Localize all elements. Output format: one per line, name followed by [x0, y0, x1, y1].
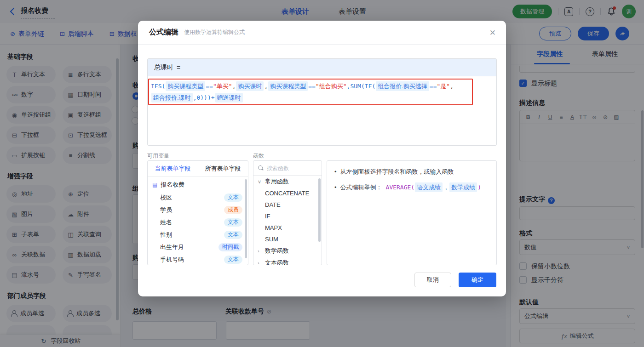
example-token: ): [477, 183, 481, 192]
tab-current-form-fields[interactable]: 当前表单字段: [148, 161, 198, 176]
function-search: [253, 161, 322, 176]
variables-scrollbar[interactable]: [245, 179, 247, 258]
help-tip-text: 从左侧面板选择字段名和函数，或输入函数: [340, 167, 454, 176]
variables-root-item[interactable]: ▤ 报名收费: [148, 178, 248, 191]
bullet: •: [334, 183, 337, 192]
variables-list: 校区文本学员成员姓名文本性别文本出生年月时间戳手机号码文本: [148, 191, 248, 265]
variables-panel: 当前表单字段 所有表单字段 ▤ 报名收费 校区文本学员成员姓名文本性别文本出生年…: [147, 160, 248, 265]
function-item[interactable]: SUM: [253, 233, 322, 245]
formula-token: "组合购买": [316, 80, 347, 92]
variable-item[interactable]: 学员成员: [148, 204, 248, 216]
function-item[interactable]: MAPX: [253, 222, 322, 233]
variable-type-badge: 时间戳: [218, 243, 242, 251]
formula-field-chip[interactable]: 购买课时: [236, 81, 264, 91]
functions-tree: ∨常用函数CONCATENATEDATEIFMAPXSUM›数学函数›文本函数: [253, 176, 322, 265]
variable-name: 出生年月: [160, 243, 184, 251]
help-tip: • 从左侧面板选择字段名和函数，或输入函数: [334, 167, 489, 176]
function-group[interactable]: ∨常用函数: [253, 176, 322, 188]
app-screen: 报名收费 表单设计 表单设置 数据管理 A ? 训 ⊘表单外链⊡后端脚本⊟数据权…: [0, 0, 644, 347]
variable-name: 性别: [160, 231, 172, 239]
cancel-button[interactable]: 取消: [414, 273, 451, 287]
formula-edit-modal: 公式编辑 使用数学运算符编辑公式 ✕ 总课时 = IFS(购买课程类型=="单买…: [138, 21, 506, 296]
formula-token: ,: [264, 80, 268, 92]
example-token: AVERAGE(: [386, 183, 415, 192]
variable-type-badge: 成员: [224, 206, 242, 214]
example-field-chip: 语文成绩: [415, 182, 443, 192]
function-item[interactable]: DATE: [253, 199, 322, 210]
function-group-label: 常用函数: [265, 177, 289, 186]
variable-name: 手机号码: [160, 256, 184, 264]
function-item[interactable]: IF: [253, 210, 322, 222]
example-token: ，: [443, 183, 449, 192]
bullet: •: [334, 167, 337, 176]
chevron-down-icon: ∨: [258, 179, 262, 185]
formula-target-name: 总课时: [154, 63, 173, 72]
functions-section-label: 函数: [253, 152, 264, 160]
modal-header: 公式编辑 使用数学运算符编辑公式: [138, 21, 506, 45]
variable-item[interactable]: 姓名文本: [148, 216, 248, 228]
confirm-button[interactable]: 确定: [459, 273, 496, 287]
formula-field-chip[interactable]: 购买课程类型: [166, 81, 205, 91]
form-doc-icon: ▤: [152, 182, 157, 188]
function-search-input[interactable]: [267, 165, 310, 171]
function-item[interactable]: CONCATENATE: [253, 188, 322, 199]
equals-sign: =: [177, 64, 180, 71]
variables-tabs: 当前表单字段 所有表单字段: [148, 161, 248, 176]
variable-name: 校区: [160, 193, 172, 202]
variable-type-badge: 文本: [224, 193, 242, 202]
formula-token: ,0)))+: [193, 92, 215, 103]
variable-item[interactable]: 性别文本: [148, 228, 248, 241]
variable-item[interactable]: 出生年月时间戳: [148, 241, 248, 253]
variable-name: 学员: [160, 206, 172, 214]
variable-item[interactable]: 校区文本: [148, 191, 248, 204]
formula-token: ,: [450, 80, 454, 92]
help-example-prefix: 公式编辑举例：: [340, 183, 382, 192]
functions-panel: ∨常用函数CONCATENATEDATEIFMAPXSUM›数学函数›文本函数: [253, 160, 322, 265]
function-group-label: 数学函数: [265, 247, 289, 255]
formula-token: ==: [430, 80, 437, 92]
formula-target-bar: 总课时 =: [148, 59, 496, 76]
help-example: • 公式编辑举例： AVERAGE(语文成绩，数学成绩): [334, 182, 489, 193]
formula-token: ==: [308, 80, 316, 92]
variable-type-badge: 文本: [224, 231, 242, 239]
variable-type-badge: 文本: [224, 256, 242, 264]
function-group[interactable]: ›数学函数: [253, 245, 322, 257]
modal-title: 公式编辑: [149, 28, 178, 37]
formula-field-chip[interactable]: 组合报价.购买选择: [376, 81, 429, 91]
formula-token: "是": [437, 80, 450, 92]
formula-token: "单买": [213, 80, 232, 92]
chevron-right-icon: ›: [258, 260, 262, 265]
variable-item[interactable]: 手机号码文本: [148, 253, 248, 265]
chevron-right-icon: ›: [258, 248, 262, 254]
search-icon: [258, 165, 264, 171]
variables-root-label: 报名收费: [161, 181, 184, 189]
formula-token: ==: [206, 80, 213, 92]
function-group[interactable]: ›文本函数: [253, 257, 322, 265]
variables-section-label: 可用变量: [147, 152, 169, 160]
modal-subtitle: 使用数学运算符编辑公式: [184, 28, 245, 36]
formula-token: ,: [232, 80, 236, 92]
close-icon[interactable]: ✕: [489, 28, 496, 38]
formula-token: ,SUM(IF(: [347, 80, 376, 92]
functions-scrollbar[interactable]: [318, 178, 321, 242]
formula-help-panel: • 从左侧面板选择字段名和函数，或输入函数 • 公式编辑举例： AVERAGE(…: [327, 160, 497, 265]
formula-field-chip[interactable]: 购买课程类型: [268, 81, 308, 91]
formula-field-chip[interactable]: 赠送课时: [215, 93, 243, 102]
formula-field-chip[interactable]: 组合报价.课时: [151, 93, 193, 102]
variable-type-badge: 文本: [224, 218, 242, 227]
example-field-chip: 数学成绩: [449, 182, 477, 192]
formula-annotation-box[interactable]: IFS(购买课程类型=="单买",购买课时,购买课程类型=="组合购买",SUM…: [148, 79, 473, 105]
function-group-label: 文本函数: [265, 259, 289, 265]
variable-name: 姓名: [160, 218, 172, 227]
formula-token: IFS(: [151, 80, 165, 92]
help-example-formula: AVERAGE(语文成绩，数学成绩): [386, 182, 481, 193]
tab-all-form-fields[interactable]: 所有表单字段: [198, 161, 248, 176]
